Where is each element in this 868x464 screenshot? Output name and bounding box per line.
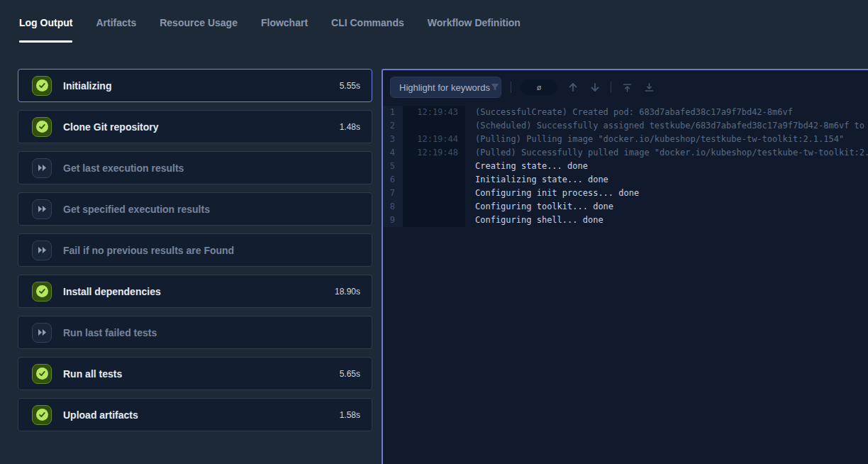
toolbar-divider	[611, 82, 611, 93]
log-line-timestamp: 12:19:44	[403, 133, 465, 146]
log-viewer[interactable]: 112:19:43(SuccessfulCreate) Created pod:…	[383, 106, 868, 227]
log-line-timestamp	[403, 187, 465, 200]
status-skipped-icon	[32, 323, 52, 343]
step-duration: 5.65s	[340, 369, 360, 379]
step-name: Clone Git repository	[63, 121, 340, 133]
status-passed-check-icon	[32, 405, 52, 425]
step-item-install-dependencies[interactable]: Install dependencies18.90s	[18, 275, 372, 308]
log-line-number: 4	[383, 146, 403, 160]
log-line-number: 9	[383, 214, 403, 227]
log-line-message: (Pulled) Successfully pulled image "dock…	[465, 146, 868, 160]
step-name: Run all tests	[63, 368, 340, 380]
tab-flowchart[interactable]: Flowchart	[261, 17, 308, 43]
step-item-clone-git-repository[interactable]: Clone Git repository1.48s	[18, 110, 372, 143]
step-name: Get last execution results	[63, 162, 360, 174]
step-name: Upload artifacts	[63, 409, 340, 421]
log-line-message: (SuccessfulCreate) Created pod: 683d7aba…	[465, 106, 793, 119]
tab-cli-commands[interactable]: CLI Commands	[331, 17, 404, 43]
log-line: 6Initializing state... done	[383, 173, 868, 187]
log-line-timestamp: 12:19:43	[403, 106, 465, 119]
step-name: Initializing	[63, 80, 340, 92]
toolbar-divider	[511, 82, 511, 93]
log-line-message: Initializing state... done	[465, 173, 608, 187]
log-line: 312:19:44(Pulling) Pulling image "docker…	[383, 133, 868, 146]
log-line-message: Configuring toolkit... done	[465, 200, 613, 214]
step-duration: 1.58s	[340, 410, 360, 420]
filter-funnel-icon	[490, 81, 500, 94]
log-line-timestamp	[403, 160, 465, 173]
log-line-timestamp: 12:19:48	[403, 146, 465, 160]
tab-label: Artifacts	[96, 17, 136, 28]
tab-workflow-definition[interactable]: Workflow Definition	[428, 17, 521, 43]
step-item-upload-artifacts[interactable]: Upload artifacts1.58s	[18, 398, 372, 431]
tab-artifacts[interactable]: Artifacts	[96, 17, 136, 43]
status-skipped-icon	[32, 158, 52, 178]
tab-label: Log Output	[19, 17, 72, 28]
log-line-message: (Pulling) Pulling image "docker.io/kubes…	[465, 133, 844, 146]
status-passed-check-icon	[32, 282, 52, 302]
log-line-message: Configuring init process... done	[465, 187, 639, 200]
step-item-get-last-execution-results[interactable]: Get last execution results	[18, 151, 372, 184]
step-duration: 1.48s	[340, 122, 360, 132]
step-item-fail-if-no-previous-results-are-found[interactable]: Fail if no previous results are Found	[18, 233, 372, 267]
log-line: 9Configuring shell... done	[383, 214, 868, 227]
log-output-panel: Highlight for keywords ø	[382, 69, 868, 464]
prev-match-arrow-up-icon[interactable]	[567, 81, 579, 94]
highlight-keywords-select[interactable]: Highlight for keywords	[390, 77, 501, 98]
step-name: Get specified execution results	[63, 204, 360, 215]
tab-label: Workflow Definition	[428, 17, 521, 28]
tab-label: Flowchart	[261, 17, 308, 28]
tab-log-output[interactable]: Log Output	[19, 17, 72, 43]
scroll-to-bottom-icon[interactable]	[642, 81, 655, 94]
log-line-message: Creating state... done	[465, 160, 588, 173]
log-line: 7Configuring init process... done	[383, 187, 868, 200]
log-line-number: 5	[383, 160, 403, 173]
tab-bar: Log OutputArtifactsResource UsageFlowcha…	[19, 17, 868, 43]
log-line: 412:19:48(Pulled) Successfully pulled im…	[383, 146, 868, 160]
status-passed-check-icon	[32, 117, 52, 137]
step-duration: 18.90s	[335, 287, 360, 297]
log-line: 2(Scheduled) Successfully assigned testk…	[383, 119, 868, 133]
log-toolbar: Highlight for keywords ø	[383, 70, 868, 104]
log-line-number: 3	[383, 133, 403, 146]
log-line: 112:19:43(SuccessfulCreate) Created pod:…	[383, 106, 868, 119]
execution-detail-page: Log OutputArtifactsResource UsageFlowcha…	[0, 0, 868, 464]
status-skipped-icon	[32, 241, 52, 260]
log-line-number: 8	[383, 200, 403, 214]
status-skipped-icon	[32, 199, 52, 219]
status-passed-check-icon	[32, 76, 52, 96]
log-line: 8Configuring toolkit... done	[383, 200, 868, 214]
step-name: Run last failed tests	[63, 327, 360, 338]
step-item-run-all-tests[interactable]: Run all tests5.65s	[18, 357, 372, 390]
log-line: 5Creating state... done	[383, 160, 868, 173]
log-line-number: 7	[383, 187, 403, 200]
step-name: Install dependencies	[63, 286, 335, 297]
next-match-arrow-down-icon[interactable]	[589, 81, 601, 94]
step-duration: 5.55s	[340, 81, 360, 91]
log-line-timestamp	[403, 200, 465, 214]
log-line-timestamp	[403, 214, 465, 227]
log-line-number: 1	[383, 106, 403, 119]
log-line-message: Configuring shell... done	[465, 214, 603, 227]
log-line-number: 6	[383, 173, 403, 187]
log-line-timestamp	[403, 119, 465, 133]
step-name: Fail if no previous results are Found	[63, 245, 360, 256]
workflow-steps-list: Initializing5.55sClone Git repository1.4…	[18, 69, 372, 439]
status-passed-check-icon	[32, 364, 52, 384]
log-line-timestamp	[403, 173, 465, 187]
step-item-initializing[interactable]: Initializing5.55s	[18, 69, 372, 102]
match-counter-badge: ø	[521, 79, 557, 95]
step-item-get-specified-execution-results[interactable]: Get specified execution results	[18, 192, 372, 226]
step-item-run-last-failed-tests[interactable]: Run last failed tests	[18, 316, 372, 349]
scroll-to-top-icon[interactable]	[621, 81, 633, 94]
highlight-keywords-label: Highlight for keywords	[399, 82, 490, 93]
tab-label: CLI Commands	[331, 17, 404, 28]
log-line-message: (Scheduled) Successfully assigned testku…	[465, 119, 868, 133]
log-line-number: 2	[383, 119, 403, 133]
tab-resource-usage[interactable]: Resource Usage	[160, 17, 238, 43]
tab-label: Resource Usage	[160, 17, 238, 28]
active-tab-underline	[19, 40, 72, 43]
